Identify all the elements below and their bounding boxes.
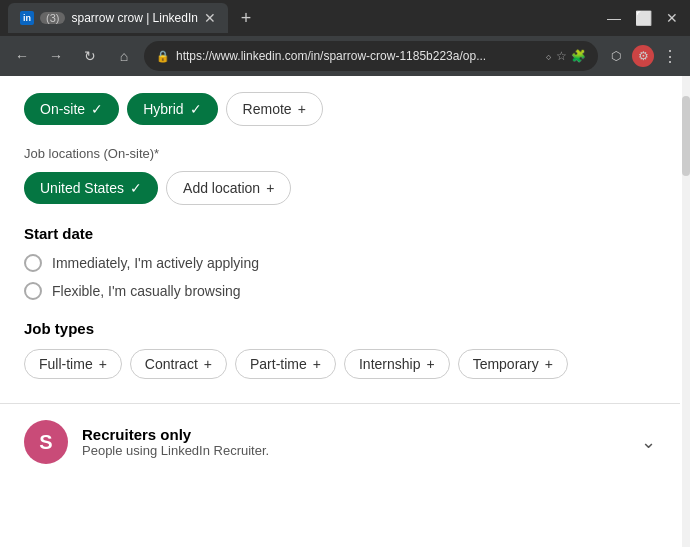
work-type-section: On-site ✓ Hybrid ✓ Remote + [24, 92, 656, 126]
remote-label: Remote [243, 101, 292, 117]
close-tab-icon[interactable]: ✕ [204, 10, 216, 26]
full-time-chip[interactable]: Full-time + [24, 349, 122, 379]
lock-icon: 🔒 [156, 50, 170, 63]
start-date-section: Start date Immediately, I'm actively app… [24, 225, 656, 300]
close-window-icon[interactable]: ✕ [662, 6, 682, 30]
bookmark-icon[interactable]: ☆ [556, 49, 567, 63]
temporary-label: Temporary [473, 356, 539, 372]
temporary-chip[interactable]: Temporary + [458, 349, 568, 379]
ext-icon-2[interactable]: ⚙ [632, 45, 654, 67]
job-types-section: Job types Full-time + Contract + Part-ti… [24, 320, 656, 379]
internship-chip[interactable]: Internship + [344, 349, 450, 379]
on-site-chip[interactable]: On-site ✓ [24, 93, 119, 125]
add-location-button[interactable]: Add location + [166, 171, 291, 205]
address-bar[interactable]: 🔒 https://www.linkedin.com/in/sparrow-cr… [144, 41, 598, 71]
contract-label: Contract [145, 356, 198, 372]
recruiters-subtitle: People using LinkedIn Recruiter. [82, 443, 627, 458]
maximize-icon[interactable]: ⬜ [631, 6, 656, 30]
back-button[interactable]: ← [8, 42, 36, 70]
immediately-label: Immediately, I'm actively applying [52, 255, 259, 271]
full-time-label: Full-time [39, 356, 93, 372]
flexible-option[interactable]: Flexible, I'm casually browsing [24, 282, 656, 300]
job-locations-label: Job locations (On-site)* [24, 146, 656, 161]
part-time-plus-icon: + [313, 356, 321, 372]
flexible-label: Flexible, I'm casually browsing [52, 283, 241, 299]
hybrid-label: Hybrid [143, 101, 183, 117]
scrollbar-thumb[interactable] [682, 96, 690, 176]
tab-bar: in (3) sparrow crow | LinkedIn ✕ + — ⬜ ✕ [0, 0, 690, 36]
tab-count: (3) [40, 12, 65, 24]
job-type-chips-row: Full-time + Contract + Part-time + Inter… [24, 349, 656, 379]
part-time-label: Part-time [250, 356, 307, 372]
full-time-plus-icon: + [99, 356, 107, 372]
browser-chrome: in (3) sparrow crow | LinkedIn ✕ + — ⬜ ✕… [0, 0, 690, 76]
active-tab[interactable]: in (3) sparrow crow | LinkedIn ✕ [8, 3, 228, 33]
immediately-option[interactable]: Immediately, I'm actively applying [24, 254, 656, 272]
internship-plus-icon: + [426, 356, 434, 372]
chevron-down-icon: ⌄ [641, 431, 656, 453]
start-date-title: Start date [24, 225, 656, 242]
form-area: On-site ✓ Hybrid ✓ Remote + Job location… [0, 76, 680, 496]
minimize-icon[interactable]: — [603, 6, 625, 30]
on-site-label: On-site [40, 101, 85, 117]
extension-icons: ⬡ ⚙ ⋮ [604, 43, 682, 70]
remote-plus-icon: + [298, 101, 306, 117]
location-chips-row: United States ✓ Add location + [24, 171, 656, 205]
recruiters-title: Recruiters only [82, 426, 627, 443]
hybrid-chip[interactable]: Hybrid ✓ [127, 93, 217, 125]
ext-icon-1[interactable]: ⬡ [604, 44, 628, 68]
hybrid-check: ✓ [190, 101, 202, 117]
scrollbar-track[interactable] [682, 76, 690, 547]
remote-chip[interactable]: Remote + [226, 92, 323, 126]
new-tab-button[interactable]: + [232, 4, 260, 32]
reload-button[interactable]: ↻ [76, 42, 104, 70]
recruiters-section[interactable]: S Recruiters only People using LinkedIn … [24, 404, 656, 480]
url-text: https://www.linkedin.com/in/sparrow-crow… [176, 49, 539, 63]
flexible-radio[interactable] [24, 282, 42, 300]
add-location-label: Add location [183, 180, 260, 196]
page-content: On-site ✓ Hybrid ✓ Remote + Job location… [0, 76, 690, 547]
united-states-chip[interactable]: United States ✓ [24, 172, 158, 204]
temporary-plus-icon: + [545, 356, 553, 372]
us-label: United States [40, 180, 124, 196]
forward-button[interactable]: → [42, 42, 70, 70]
on-site-check: ✓ [91, 101, 103, 117]
internship-label: Internship [359, 356, 420, 372]
nav-bar: ← → ↻ ⌂ 🔒 https://www.linkedin.com/in/sp… [0, 36, 690, 76]
extension-icon[interactable]: 🧩 [571, 49, 586, 63]
home-button[interactable]: ⌂ [110, 42, 138, 70]
us-check-icon: ✓ [130, 180, 142, 196]
job-locations-section: Job locations (On-site)* United States ✓… [24, 146, 656, 205]
recruiters-text: Recruiters only People using LinkedIn Re… [82, 426, 627, 458]
menu-icon[interactable]: ⋮ [658, 43, 682, 70]
part-time-chip[interactable]: Part-time + [235, 349, 336, 379]
contract-chip[interactable]: Contract + [130, 349, 227, 379]
contract-plus-icon: + [204, 356, 212, 372]
immediately-radio[interactable] [24, 254, 42, 272]
address-bar-icons: ⬦ ☆ 🧩 [545, 49, 586, 63]
cast-icon[interactable]: ⬦ [545, 49, 552, 63]
linkedin-favicon: in [20, 11, 34, 25]
tab-title: sparrow crow | LinkedIn [71, 11, 198, 25]
avatar: S [24, 420, 68, 464]
job-types-title: Job types [24, 320, 656, 337]
add-location-plus-icon: + [266, 180, 274, 196]
